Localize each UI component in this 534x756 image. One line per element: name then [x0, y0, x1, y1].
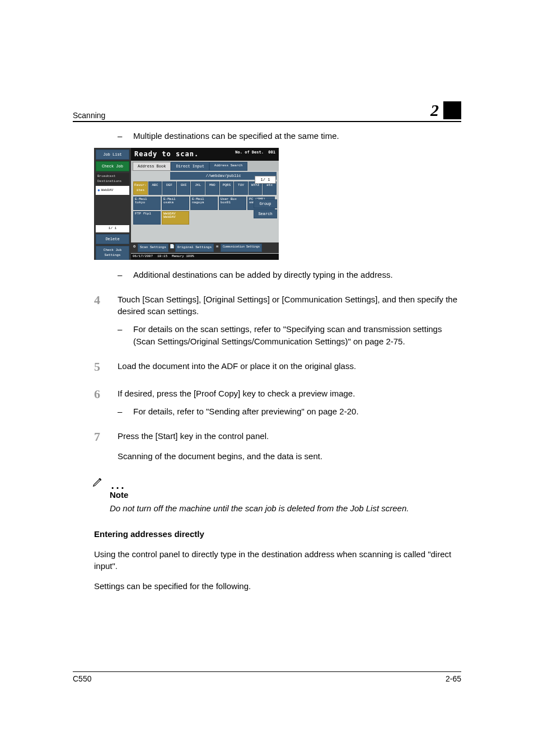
page-content: – Multiple destinations can be specified… — [94, 130, 461, 592]
footer-page-number: 2-65 — [446, 674, 461, 683]
page-header: Scanning 2 — [73, 101, 461, 122]
sidebar-page-indicator: 1/ 1 — [96, 225, 129, 232]
step-5: 5 Load the document into the ADF or plac… — [94, 360, 461, 376]
destination-button[interactable]: E-Mail osaka — [162, 197, 189, 210]
step-number: 6 — [94, 385, 107, 403]
step-7: 7 Press the [Start] key in the control p… — [94, 430, 461, 463]
grid-page-indicator: 1/ 1 — [255, 176, 276, 184]
sub-bullet-text: For details on the scan settings, refer … — [133, 323, 461, 348]
step-number: 7 — [94, 428, 107, 446]
original-settings-button[interactable]: Original Settings — [175, 244, 214, 252]
search-button[interactable]: Search — [254, 209, 277, 218]
list-item: – Multiple destinations can be specified… — [118, 130, 461, 142]
destination-button[interactable]: E-Mail nagoya — [190, 197, 218, 210]
index-key[interactable]: PQRS — [220, 181, 234, 194]
index-key[interactable]: TUV — [234, 181, 248, 194]
pen-icon — [92, 475, 104, 488]
sidebar-item-webdav[interactable]: ● WebDAV — [96, 186, 129, 195]
dots-icon: … — [110, 480, 128, 487]
scan-settings-button[interactable]: Scan Settings — [138, 244, 168, 252]
index-key[interactable]: etc — [263, 181, 277, 194]
page-footer: C550 2-65 — [73, 671, 461, 683]
dash-icon: – — [118, 405, 125, 418]
step-text: If desired, press the [Proof Copy] key t… — [118, 388, 461, 400]
index-key[interactable]: MNO — [205, 181, 219, 194]
chapter-marker-icon — [443, 101, 461, 119]
dash-icon: – — [118, 130, 125, 142]
note-label: Note — [110, 489, 461, 501]
footer-model: C550 — [73, 674, 91, 683]
index-key-row: Favor-ites ABC DEF GHI JKL MNO PQRS TUV … — [133, 181, 277, 194]
step-number: 5 — [94, 358, 107, 376]
communication-settings-button[interactable]: Communication Settings — [221, 244, 262, 252]
tab-address-search[interactable]: Address Search — [209, 162, 247, 171]
status-date: 06/17/2007 — [133, 254, 153, 259]
step-after-text: Scanning of the document begins, and the… — [118, 450, 461, 463]
chapter-number: 2 — [430, 101, 439, 120]
index-key[interactable]: ABC — [148, 181, 162, 194]
index-key[interactable]: DEF — [162, 181, 176, 194]
step-text: Load the document into the ADF or place … — [118, 360, 461, 372]
list-item: – For details, refer to "Sending after p… — [118, 405, 461, 418]
paragraph: Settings can be specified for the follow… — [94, 580, 461, 592]
step-4: 4 Touch [Scan Settings], [Original Setti… — [94, 293, 461, 348]
header-section-title: Scanning — [73, 111, 105, 120]
header-chapter: 2 — [430, 101, 461, 120]
delete-button[interactable]: Delete — [96, 234, 129, 244]
screen-title: Ready to scan. — [134, 150, 199, 159]
destination-button[interactable]: User Box box01 — [219, 197, 246, 210]
destination-button[interactable]: FTP ftp1 — [133, 211, 161, 225]
tab-bar: Address Book Direct Input Address Search — [131, 161, 279, 171]
note-block: … Note Do not turn off the machine until… — [94, 475, 461, 515]
sub-bullet-text: For details, refer to "Sending after pre… — [133, 405, 359, 418]
index-key[interactable]: WXYZ — [249, 181, 263, 194]
group-button[interactable]: Group — [254, 199, 277, 208]
bullet-text: Additional destinations can be added by … — [133, 269, 461, 281]
step-text: Touch [Scan Settings], [Original Setting… — [118, 293, 461, 318]
tab-address-book[interactable]: Address Book — [133, 162, 171, 171]
step-number: 4 — [94, 291, 107, 309]
step-text: Press the [Start] key in the control pan… — [118, 430, 461, 442]
settings-icon: ⚙ — [132, 244, 137, 252]
list-item: – Additional destinations can be added b… — [118, 269, 461, 281]
dash-icon: – — [118, 269, 125, 281]
bottom-toolbar: ⚙ Scan Settings 📄 Original Settings ✉ Co… — [131, 242, 279, 253]
status-bar: 06/17/2007 18:15 Memory 100% — [131, 254, 279, 260]
send-icon: ✉ — [215, 244, 219, 252]
destination-button-selected[interactable]: WebDAV WebDAV — [162, 211, 189, 225]
list-item: – For details on the scan settings, refe… — [118, 323, 461, 348]
status-time: 18:15 — [157, 254, 167, 259]
device-screenshot: Job List Check Job Broadcast Destination… — [94, 148, 461, 260]
globe-icon: ● — [97, 187, 100, 194]
document-icon: 📄 — [170, 244, 174, 252]
index-key[interactable]: Favor-ites — [133, 181, 148, 194]
index-key[interactable]: GHI — [177, 181, 191, 194]
index-key[interactable]: JKL — [191, 181, 205, 194]
tab-direct-input[interactable]: Direct Input — [171, 162, 209, 171]
dash-icon: – — [118, 323, 125, 348]
note-body: Do not turn off the machine until the sc… — [110, 502, 461, 515]
check-job-settings-button[interactable]: Check Job Settings — [96, 246, 129, 260]
paragraph: Using the control panel to directly type… — [94, 548, 461, 573]
section-heading: Entering addresses directly — [94, 528, 461, 540]
destination-button[interactable]: E-Mail tokyo — [133, 197, 161, 210]
screen-title-bar: Ready to scan. No. of Dest. 001 — [131, 148, 279, 161]
job-list-button[interactable]: Job List — [96, 150, 129, 160]
bullet-text: Multiple destinations can be specified a… — [133, 130, 461, 142]
broadcast-dest-label: Broadcast Destinations — [96, 173, 129, 185]
step-6: 6 If desired, press the [Proof Copy] key… — [94, 388, 461, 418]
check-job-button[interactable]: Check Job — [96, 161, 129, 171]
